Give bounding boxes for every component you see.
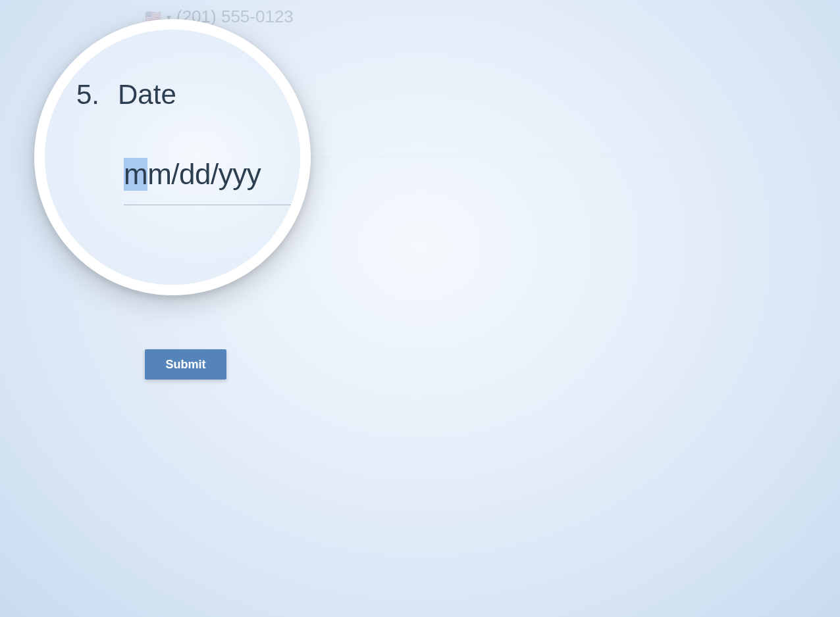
date-input-rest: m/dd/yyy	[147, 158, 261, 190]
magnifier-lens: 5. Date mm/dd/yyy	[34, 19, 311, 295]
date-input-underline	[124, 205, 308, 205]
submit-button[interactable]: Submit	[145, 349, 226, 380]
date-input[interactable]: mm/dd/yyy	[124, 158, 311, 191]
date-input-placeholder: mm/dd/yyy	[124, 158, 311, 191]
phone-input-row[interactable]: 🇺🇸 ▾ (201) 555-0123	[145, 0, 671, 27]
question-5-row: 5. Date	[76, 79, 176, 111]
form-container: 🇺🇸 ▾ (201) 555-0123	[145, 0, 671, 27]
date-input-cursor-highlight: m	[124, 158, 147, 191]
question-label-date: Date	[118, 79, 176, 111]
magnifier-content: 5. Date mm/dd/yyy	[45, 30, 300, 285]
question-number: 5.	[76, 79, 99, 111]
